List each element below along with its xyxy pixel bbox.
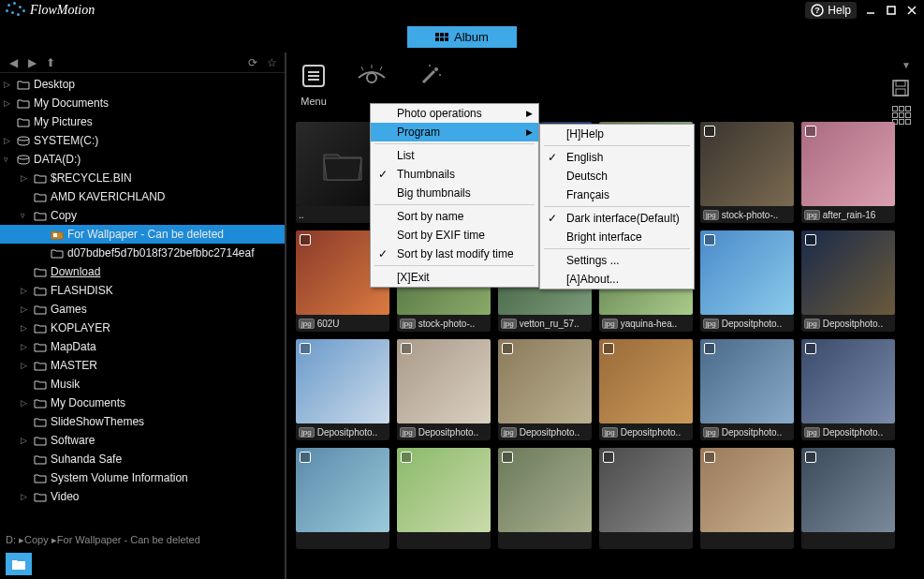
main-context-menu[interactable]: Photo operations▶Program▶List✓Thumbnails… [370, 103, 539, 288]
tree-item[interactable]: Download [0, 262, 285, 281]
maximize-button[interactable] [885, 4, 898, 17]
tree-item[interactable]: For Wallpaper - Can be deleted [0, 225, 285, 244]
tree-item[interactable]: System Volume Information [0, 468, 285, 487]
menu-item[interactable]: Program▶ [371, 123, 538, 141]
menu-item[interactable]: List [371, 146, 538, 165]
thumb-checkbox[interactable] [704, 452, 715, 463]
tree-item[interactable]: d07bdbef5d7b018f372befbbc2714eaf [0, 244, 285, 262]
expander-icon[interactable]: ▿ [4, 155, 15, 164]
thumbnail[interactable] [599, 448, 693, 549]
thumbnail[interactable]: jpgDepositphoto.. [296, 339, 389, 440]
tree-item[interactable]: ▷SYSTEM(C:) [0, 131, 285, 150]
thumb-checkbox[interactable] [704, 343, 715, 354]
view-tool[interactable] [354, 58, 389, 94]
menu-item[interactable]: Français [540, 186, 694, 204]
menu-item[interactable]: ✓Thumbnails [371, 165, 538, 184]
tree-item[interactable]: ▷Software [0, 431, 285, 450]
thumb-checkbox[interactable] [401, 452, 412, 463]
album-button[interactable]: Album [407, 26, 517, 48]
folder-tree[interactable]: ▷Desktop▷My DocumentsMy Pictures▷SYSTEM(… [0, 73, 285, 530]
thumb-checkbox[interactable] [805, 452, 816, 463]
tree-item[interactable]: ▷KOPLAYER [0, 319, 285, 337]
tree-item[interactable]: Musik [0, 375, 285, 393]
thumb-checkbox[interactable] [300, 343, 311, 354]
program-submenu[interactable]: [H]Help✓EnglishDeutschFrançais✓Dark inte… [539, 124, 695, 290]
thumbnail[interactable]: jpgDepositphoto.. [498, 339, 592, 440]
thumbnail[interactable]: jpgDepositphoto.. [801, 339, 895, 440]
tree-item[interactable]: My Pictures [0, 112, 285, 131]
expander-icon[interactable]: ▷ [4, 80, 15, 89]
expander-icon[interactable]: ▷ [21, 173, 32, 183]
thumbnail[interactable]: jpgDepositphoto.. [801, 230, 895, 332]
menu-item[interactable]: [A]About... [540, 270, 694, 289]
tree-item[interactable]: ▷My Documents [0, 393, 285, 412]
expander-icon[interactable]: ▷ [21, 323, 32, 333]
grid-view-icon[interactable] [892, 106, 911, 125]
expander-icon[interactable]: ▷ [21, 361, 32, 370]
menu-item[interactable]: Sort by EXIF time [371, 226, 538, 245]
tree-item[interactable]: ▷FLASHDISK [0, 281, 285, 300]
menu-item[interactable]: Big thumbnails [371, 184, 538, 202]
thumb-checkbox[interactable] [603, 452, 614, 463]
tree-item[interactable]: ▿Copy [0, 206, 285, 225]
thumb-checkbox[interactable] [300, 452, 311, 463]
tree-item[interactable]: ▷MASTER [0, 356, 285, 375]
refresh-icon[interactable]: ⟳ [245, 55, 260, 70]
help-button[interactable]: ? Help [805, 2, 857, 19]
tree-item[interactable]: AMD KAVERICHLAND [0, 187, 285, 206]
thumbnail[interactable]: jpgstock-photo-.. [700, 122, 794, 223]
thumb-checkbox[interactable] [805, 126, 816, 137]
expander-icon[interactable]: ▷ [21, 398, 32, 408]
thumb-checkbox[interactable] [401, 343, 412, 354]
tree-item[interactable]: ▷Games [0, 300, 285, 319]
minimize-button[interactable] [864, 4, 877, 17]
thumbnail[interactable] [498, 448, 592, 549]
thumbnail[interactable] [801, 448, 895, 549]
expander-icon[interactable]: ▷ [21, 342, 32, 351]
tree-item[interactable]: SlideShowThemes [0, 412, 285, 431]
menu-item[interactable]: ✓Dark interface(Default) [540, 209, 694, 228]
expander-icon[interactable]: ▷ [4, 136, 15, 145]
thumb-checkbox[interactable] [300, 234, 311, 245]
thumbnail[interactable]: jpgDepositphoto.. [700, 230, 794, 332]
thumbnail[interactable] [397, 448, 491, 549]
menu-item[interactable]: ✓English [540, 148, 694, 167]
expander-icon[interactable]: ▿ [21, 211, 32, 220]
menu-item[interactable]: [X]Exit [371, 268, 538, 287]
thumb-checkbox[interactable] [603, 343, 614, 354]
menu-item[interactable]: Bright interface [540, 228, 694, 246]
expander-icon[interactable]: ▷ [21, 492, 32, 501]
thumbnail[interactable]: jpgDepositphoto.. [700, 339, 794, 440]
thumbnail[interactable] [296, 448, 389, 549]
tree-item[interactable]: ▷MapData [0, 337, 285, 356]
thumb-checkbox[interactable] [502, 452, 513, 463]
thumb-checkbox[interactable] [805, 343, 816, 354]
tree-item[interactable]: ▷Video [0, 487, 285, 506]
tree-item[interactable]: Suhanda Safe [0, 450, 285, 468]
thumb-checkbox[interactable] [805, 234, 816, 245]
expander-icon[interactable]: ▷ [21, 436, 32, 445]
nav-back-icon[interactable]: ◀ [6, 55, 21, 70]
tree-item[interactable]: ▷$RECYCLE.BIN [0, 169, 285, 187]
thumbnail[interactable]: jpgDepositphoto.. [397, 339, 491, 440]
effects-tool[interactable] [412, 58, 447, 94]
menu-item[interactable]: Photo operations▶ [371, 104, 538, 123]
close-button[interactable] [905, 4, 918, 17]
thumbnail[interactable]: jpgDepositphoto.. [599, 339, 693, 440]
expander-icon[interactable]: ▷ [21, 286, 32, 295]
menu-item[interactable]: ✓Sort by last modify time [371, 245, 538, 263]
menu-item[interactable]: Settings ... [540, 251, 694, 270]
tree-item[interactable]: ▿DATA(D:) [0, 150, 285, 169]
expander-icon[interactable]: ▷ [21, 304, 32, 314]
tree-item[interactable]: ▷My Documents [0, 94, 285, 112]
expander-icon[interactable]: ▷ [4, 98, 15, 108]
nav-up-icon[interactable]: ⬆ [43, 55, 58, 70]
menu-item[interactable]: Sort by name [371, 207, 538, 226]
new-folder-button[interactable] [6, 553, 32, 575]
thumbnail[interactable] [700, 448, 794, 549]
chevron-down-icon[interactable]: ▼ [902, 60, 911, 70]
tree-item[interactable]: ▷Desktop [0, 75, 285, 94]
menu-item[interactable]: Deutsch [540, 167, 694, 186]
thumb-checkbox[interactable] [704, 126, 715, 137]
menu-tool[interactable]: Menu [296, 58, 331, 107]
